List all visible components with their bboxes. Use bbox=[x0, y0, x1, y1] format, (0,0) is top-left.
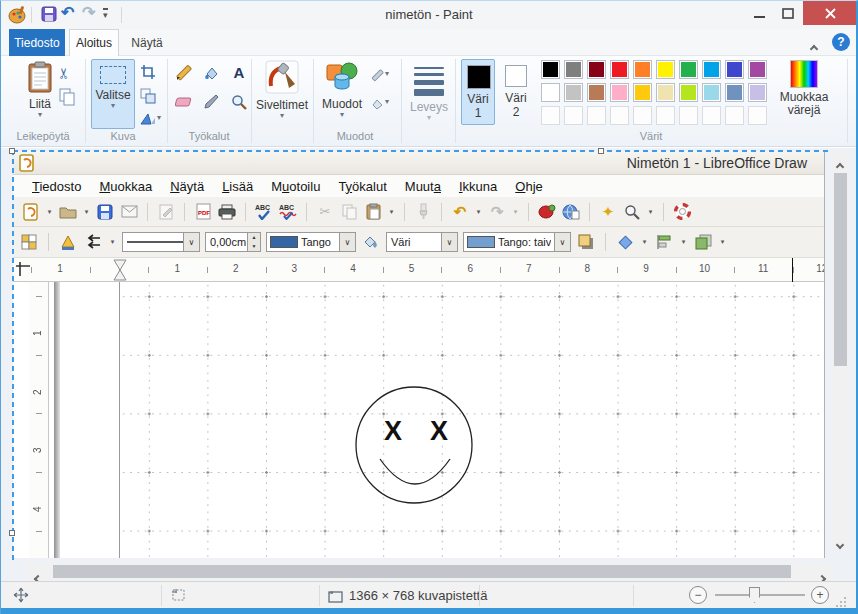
lo-align-icon[interactable] bbox=[654, 232, 674, 252]
palette-swatch[interactable] bbox=[725, 83, 744, 102]
shapes-button[interactable]: Muodot ▾ bbox=[319, 59, 365, 131]
zoom-slider-handle[interactable] bbox=[749, 587, 760, 603]
edit-colors-button[interactable]: Muokkaa värejä bbox=[773, 60, 835, 117]
color1-button[interactable]: Väri 1 bbox=[461, 59, 495, 125]
lo-rotate-dropdown-icon[interactable]: ▾ bbox=[640, 238, 649, 246]
shape-outline-icon[interactable] bbox=[367, 66, 387, 86]
palette-swatch-empty[interactable] bbox=[587, 106, 606, 125]
lo-redo-dropdown-icon[interactable]: ▾ bbox=[511, 208, 520, 216]
lo-fill-type-dropdown-icon[interactable]: ∨ bbox=[441, 233, 457, 251]
lo-open-dropdown-icon[interactable]: ▾ bbox=[82, 208, 91, 216]
lo-menu-item[interactable]: Näytä bbox=[161, 179, 213, 194]
selection-handle-leftmiddle[interactable] bbox=[9, 530, 15, 536]
lo-redo-icon[interactable]: ↷ bbox=[487, 202, 507, 222]
lo-new-dropdown-icon[interactable]: ▾ bbox=[45, 208, 54, 216]
lo-fill-style-icon[interactable] bbox=[361, 232, 381, 252]
lo-menu-item[interactable]: Ohje bbox=[506, 179, 551, 194]
collapse-ribbon-icon[interactable] bbox=[811, 38, 817, 56]
text-tool-icon[interactable]: A bbox=[229, 62, 249, 82]
rotate-icon[interactable] bbox=[138, 109, 158, 129]
palette-swatch-empty[interactable] bbox=[725, 106, 744, 125]
palette-swatch-empty[interactable] bbox=[702, 106, 721, 125]
zoom-slider-track[interactable] bbox=[715, 594, 805, 596]
lo-save-icon[interactable] bbox=[95, 202, 115, 222]
lo-email-icon[interactable] bbox=[119, 202, 139, 222]
shape-fill-dropdown-icon[interactable]: ▾ bbox=[385, 98, 389, 106]
pencil-icon[interactable] bbox=[173, 63, 193, 83]
lo-arrange-dropdown-icon[interactable]: ▾ bbox=[718, 238, 727, 246]
lo-grid-icon[interactable] bbox=[19, 232, 39, 252]
lo-clone-format-icon[interactable] bbox=[413, 202, 433, 222]
palette-swatch[interactable] bbox=[633, 60, 652, 79]
palette-swatch-empty[interactable] bbox=[679, 106, 698, 125]
scroll-up-icon[interactable] bbox=[837, 156, 843, 174]
palette-swatch[interactable] bbox=[702, 60, 721, 79]
lo-align-dropdown-icon[interactable]: ▾ bbox=[679, 238, 688, 246]
vertical-scrollbar-thumb[interactable] bbox=[834, 173, 847, 366]
lo-rotate-icon[interactable] bbox=[615, 232, 635, 252]
brushes-button[interactable]: Siveltimet ▾ bbox=[256, 59, 308, 131]
lo-help-icon[interactable] bbox=[672, 202, 692, 222]
width-button[interactable]: Leveys ▾ bbox=[407, 59, 451, 131]
lo-paste-icon[interactable] bbox=[363, 202, 383, 222]
lo-menu-item[interactable]: Muokkaa bbox=[90, 179, 161, 194]
resize-icon[interactable] bbox=[138, 86, 158, 106]
palette-swatch[interactable] bbox=[679, 83, 698, 102]
zoom-out-button[interactable]: − bbox=[689, 586, 707, 604]
palette-swatch[interactable] bbox=[633, 83, 652, 102]
lo-copy-icon[interactable] bbox=[339, 202, 359, 222]
lo-menu-item[interactable]: Työkalut bbox=[329, 179, 395, 194]
palette-swatch-empty[interactable] bbox=[748, 106, 767, 125]
selection-border-left[interactable] bbox=[12, 150, 14, 563]
lo-fill-color-dropdown-icon[interactable]: ∨ bbox=[554, 233, 570, 251]
select-button[interactable]: Valitse ▾ bbox=[91, 59, 135, 129]
lo-line-style-select[interactable]: ∨ bbox=[122, 232, 200, 252]
lo-arrowheads-icon[interactable] bbox=[83, 232, 103, 252]
palette-swatch-empty[interactable] bbox=[656, 106, 675, 125]
palette-swatch[interactable] bbox=[656, 60, 675, 79]
zoom-in-button[interactable]: + bbox=[811, 586, 829, 604]
palette-swatch-empty[interactable] bbox=[541, 106, 560, 125]
shape-outline-dropdown-icon[interactable]: ▾ bbox=[385, 70, 389, 78]
magnifier-icon[interactable] bbox=[229, 92, 249, 112]
color-picker-icon[interactable] bbox=[201, 92, 221, 112]
lo-paste-dropdown-icon[interactable]: ▾ bbox=[387, 208, 396, 216]
selection-handle-topleft[interactable] bbox=[9, 148, 15, 154]
vertical-scrollbar[interactable] bbox=[832, 151, 849, 549]
palette-swatch[interactable] bbox=[610, 83, 629, 102]
crop-icon[interactable] bbox=[138, 62, 158, 82]
lo-fill-color-select[interactable]: Tango: taiv ∨ bbox=[463, 232, 571, 252]
palette-swatch[interactable] bbox=[610, 60, 629, 79]
palette-swatch[interactable] bbox=[587, 60, 606, 79]
palette-swatch[interactable] bbox=[702, 83, 721, 102]
lo-menu-item[interactable]: Muuta bbox=[396, 179, 450, 194]
selection-handle-topmiddle[interactable] bbox=[598, 148, 604, 154]
lo-spellcheck-icon[interactable]: ABC bbox=[254, 202, 274, 222]
palette-swatch-empty[interactable] bbox=[564, 106, 583, 125]
lo-gallery-icon[interactable] bbox=[537, 202, 557, 222]
shape-fill-icon[interactable] bbox=[367, 94, 387, 114]
lo-autospellcheck-icon[interactable]: ABC bbox=[278, 202, 298, 222]
lo-menu-item[interactable]: Muotoilu bbox=[262, 179, 329, 194]
lo-zoom-dropdown-icon[interactable]: ▾ bbox=[646, 208, 655, 216]
lo-fill-type-select[interactable]: Väri ∨ bbox=[386, 232, 458, 252]
horizontal-scrollbar[interactable] bbox=[29, 563, 832, 580]
copy-button[interactable] bbox=[59, 88, 75, 110]
lo-new-icon[interactable] bbox=[21, 202, 41, 222]
help-icon[interactable]: ? bbox=[832, 33, 850, 51]
lo-undo-dropdown-icon[interactable]: ▾ bbox=[474, 208, 483, 216]
lo-edit-icon[interactable] bbox=[156, 202, 176, 222]
lo-print-icon[interactable] bbox=[217, 202, 237, 222]
lo-arrowheads-dropdown-icon[interactable]: ▾ bbox=[108, 238, 117, 246]
palette-swatch[interactable] bbox=[541, 60, 560, 79]
smiley-left-eye[interactable]: X bbox=[384, 416, 402, 446]
paint-canvas[interactable]: Nimetön 1 - LibreOffice Draw Tiedosto Mu… bbox=[1, 148, 857, 581]
lo-hyperlink-icon[interactable] bbox=[561, 202, 581, 222]
cut-button[interactable]: ✂ bbox=[55, 67, 73, 80]
scroll-down-icon[interactable] bbox=[837, 534, 843, 552]
lo-line-width-spin-buttons[interactable]: ▲▼ bbox=[247, 233, 260, 251]
lo-line-width-spinner[interactable]: 0,00cm ▲▼ bbox=[205, 232, 261, 252]
tab-file[interactable]: Tiedosto bbox=[9, 29, 65, 56]
tab-view[interactable]: Näytä bbox=[123, 29, 171, 56]
selection-border-top[interactable] bbox=[13, 150, 832, 152]
